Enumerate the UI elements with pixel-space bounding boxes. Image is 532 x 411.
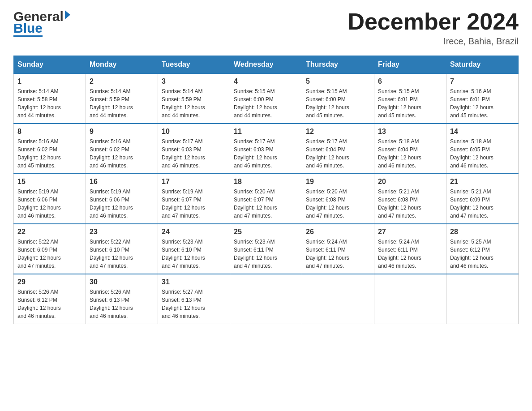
day-number: 15 <box>17 178 82 186</box>
day-number: 25 <box>234 228 298 236</box>
calendar-body: 1 Sunrise: 5:14 AM Sunset: 5:58 PM Dayli… <box>14 73 519 324</box>
day-info: Sunrise: 5:17 AM Sunset: 6:03 PM Dayligh… <box>162 137 226 170</box>
day-number: 26 <box>306 228 370 236</box>
day-number: 17 <box>162 178 226 186</box>
weekday-thursday: Thursday <box>302 56 374 74</box>
day-number: 20 <box>378 178 442 186</box>
day-number: 28 <box>450 228 515 236</box>
calendar-cell: 3 Sunrise: 5:14 AM Sunset: 5:59 PM Dayli… <box>158 73 230 124</box>
day-info: Sunrise: 5:15 AM Sunset: 6:00 PM Dayligh… <box>306 87 370 120</box>
day-number: 18 <box>234 178 298 186</box>
calendar-cell <box>446 274 519 324</box>
weekday-monday: Monday <box>86 56 158 74</box>
weekday-row: SundayMondayTuesdayWednesdayThursdayFrid… <box>14 56 519 74</box>
day-number: 14 <box>450 128 515 136</box>
title-section: December 2024 Irece, Bahia, Brazil <box>348 9 519 47</box>
day-info: Sunrise: 5:20 AM Sunset: 6:07 PM Dayligh… <box>234 188 298 220</box>
calendar-cell: 17 Sunrise: 5:19 AM Sunset: 6:07 PM Dayl… <box>158 174 230 224</box>
day-number: 9 <box>90 128 154 136</box>
day-info: Sunrise: 5:18 AM Sunset: 6:05 PM Dayligh… <box>450 137 515 170</box>
calendar-cell: 6 Sunrise: 5:15 AM Sunset: 6:01 PM Dayli… <box>374 73 446 124</box>
day-info: Sunrise: 5:16 AM Sunset: 6:02 PM Dayligh… <box>90 137 154 170</box>
day-number: 29 <box>17 278 82 286</box>
calendar-cell: 16 Sunrise: 5:19 AM Sunset: 6:06 PM Dayl… <box>86 174 158 224</box>
day-info: Sunrise: 5:24 AM Sunset: 6:11 PM Dayligh… <box>378 238 442 270</box>
calendar-cell: 20 Sunrise: 5:21 AM Sunset: 6:08 PM Dayl… <box>374 174 446 224</box>
day-number: 7 <box>450 77 515 86</box>
calendar-cell: 21 Sunrise: 5:21 AM Sunset: 6:09 PM Dayl… <box>446 174 519 224</box>
calendar-cell <box>230 274 302 324</box>
day-number: 31 <box>162 278 226 286</box>
week-row-5: 29 Sunrise: 5:26 AM Sunset: 6:12 PM Dayl… <box>14 274 519 324</box>
weekday-sunday: Sunday <box>14 56 86 74</box>
calendar-cell: 19 Sunrise: 5:20 AM Sunset: 6:08 PM Dayl… <box>302 174 374 224</box>
day-info: Sunrise: 5:21 AM Sunset: 6:08 PM Dayligh… <box>378 188 442 220</box>
calendar-cell: 15 Sunrise: 5:19 AM Sunset: 6:06 PM Dayl… <box>14 174 86 224</box>
logo-blue-text: Blue <box>13 21 43 35</box>
day-info: Sunrise: 5:14 AM Sunset: 5:59 PM Dayligh… <box>90 87 154 120</box>
day-info: Sunrise: 5:19 AM Sunset: 6:07 PM Dayligh… <box>162 188 226 220</box>
calendar-cell: 24 Sunrise: 5:23 AM Sunset: 6:10 PM Dayl… <box>158 224 230 274</box>
calendar-header: SundayMondayTuesdayWednesdayThursdayFrid… <box>14 56 519 74</box>
logo-triangle-icon <box>65 10 70 19</box>
calendar-cell: 8 Sunrise: 5:16 AM Sunset: 6:02 PM Dayli… <box>14 124 86 174</box>
day-number: 12 <box>306 128 370 136</box>
calendar-cell: 2 Sunrise: 5:14 AM Sunset: 5:59 PM Dayli… <box>86 73 158 124</box>
calendar-cell: 1 Sunrise: 5:14 AM Sunset: 5:58 PM Dayli… <box>14 73 86 124</box>
day-number: 8 <box>17 128 82 136</box>
calendar-cell: 12 Sunrise: 5:17 AM Sunset: 6:04 PM Dayl… <box>302 124 374 174</box>
day-info: Sunrise: 5:16 AM Sunset: 6:01 PM Dayligh… <box>450 87 515 120</box>
calendar-cell: 9 Sunrise: 5:16 AM Sunset: 6:02 PM Dayli… <box>86 124 158 174</box>
day-number: 6 <box>378 77 442 86</box>
calendar-cell: 14 Sunrise: 5:18 AM Sunset: 6:05 PM Dayl… <box>446 124 519 174</box>
day-info: Sunrise: 5:26 AM Sunset: 6:13 PM Dayligh… <box>90 288 154 320</box>
day-info: Sunrise: 5:14 AM Sunset: 5:59 PM Dayligh… <box>162 87 226 120</box>
week-row-1: 1 Sunrise: 5:14 AM Sunset: 5:58 PM Dayli… <box>14 73 519 124</box>
calendar-cell: 7 Sunrise: 5:16 AM Sunset: 6:01 PM Dayli… <box>446 73 519 124</box>
day-info: Sunrise: 5:17 AM Sunset: 6:04 PM Dayligh… <box>306 137 370 170</box>
calendar-cell: 18 Sunrise: 5:20 AM Sunset: 6:07 PM Dayl… <box>230 174 302 224</box>
day-number: 27 <box>378 228 442 236</box>
day-info: Sunrise: 5:23 AM Sunset: 6:11 PM Dayligh… <box>234 238 298 270</box>
calendar-cell: 4 Sunrise: 5:15 AM Sunset: 6:00 PM Dayli… <box>230 73 302 124</box>
day-number: 10 <box>162 128 226 136</box>
day-info: Sunrise: 5:22 AM Sunset: 6:09 PM Dayligh… <box>17 238 82 270</box>
calendar-cell: 5 Sunrise: 5:15 AM Sunset: 6:00 PM Dayli… <box>302 73 374 124</box>
logo-underline <box>13 35 43 37</box>
calendar-cell: 31 Sunrise: 5:27 AM Sunset: 6:13 PM Dayl… <box>158 274 230 324</box>
calendar-cell: 30 Sunrise: 5:26 AM Sunset: 6:13 PM Dayl… <box>86 274 158 324</box>
day-info: Sunrise: 5:15 AM Sunset: 6:01 PM Dayligh… <box>378 87 442 120</box>
day-info: Sunrise: 5:19 AM Sunset: 6:06 PM Dayligh… <box>17 188 82 220</box>
day-info: Sunrise: 5:24 AM Sunset: 6:11 PM Dayligh… <box>306 238 370 270</box>
calendar-cell: 26 Sunrise: 5:24 AM Sunset: 6:11 PM Dayl… <box>302 224 374 274</box>
calendar-cell: 10 Sunrise: 5:17 AM Sunset: 6:03 PM Dayl… <box>158 124 230 174</box>
day-number: 16 <box>90 178 154 186</box>
weekday-friday: Friday <box>374 56 446 74</box>
day-number: 19 <box>306 178 370 186</box>
calendar-cell: 23 Sunrise: 5:22 AM Sunset: 6:10 PM Dayl… <box>86 224 158 274</box>
calendar-cell <box>374 274 446 324</box>
week-row-4: 22 Sunrise: 5:22 AM Sunset: 6:09 PM Dayl… <box>14 224 519 274</box>
day-info: Sunrise: 5:20 AM Sunset: 6:08 PM Dayligh… <box>306 188 370 220</box>
calendar-cell: 22 Sunrise: 5:22 AM Sunset: 6:09 PM Dayl… <box>14 224 86 274</box>
day-number: 4 <box>234 77 298 86</box>
day-number: 11 <box>234 128 298 136</box>
calendar-cell: 27 Sunrise: 5:24 AM Sunset: 6:11 PM Dayl… <box>374 224 446 274</box>
day-number: 22 <box>17 228 82 236</box>
logo: General Blue <box>13 9 70 37</box>
calendar-cell: 13 Sunrise: 5:18 AM Sunset: 6:04 PM Dayl… <box>374 124 446 174</box>
day-info: Sunrise: 5:15 AM Sunset: 6:00 PM Dayligh… <box>234 87 298 120</box>
day-info: Sunrise: 5:17 AM Sunset: 6:03 PM Dayligh… <box>234 137 298 170</box>
day-info: Sunrise: 5:21 AM Sunset: 6:09 PM Dayligh… <box>450 188 515 220</box>
calendar-cell: 11 Sunrise: 5:17 AM Sunset: 6:03 PM Dayl… <box>230 124 302 174</box>
day-info: Sunrise: 5:25 AM Sunset: 6:12 PM Dayligh… <box>450 238 515 270</box>
calendar-cell: 25 Sunrise: 5:23 AM Sunset: 6:11 PM Dayl… <box>230 224 302 274</box>
day-number: 2 <box>90 77 154 86</box>
page-header: General Blue December 2024 Irece, Bahia,… <box>13 9 519 47</box>
day-info: Sunrise: 5:22 AM Sunset: 6:10 PM Dayligh… <box>90 238 154 270</box>
day-number: 1 <box>17 77 82 86</box>
day-number: 23 <box>90 228 154 236</box>
weekday-wednesday: Wednesday <box>230 56 302 74</box>
calendar-title: December 2024 <box>348 9 519 34</box>
calendar-cell: 29 Sunrise: 5:26 AM Sunset: 6:12 PM Dayl… <box>14 274 86 324</box>
